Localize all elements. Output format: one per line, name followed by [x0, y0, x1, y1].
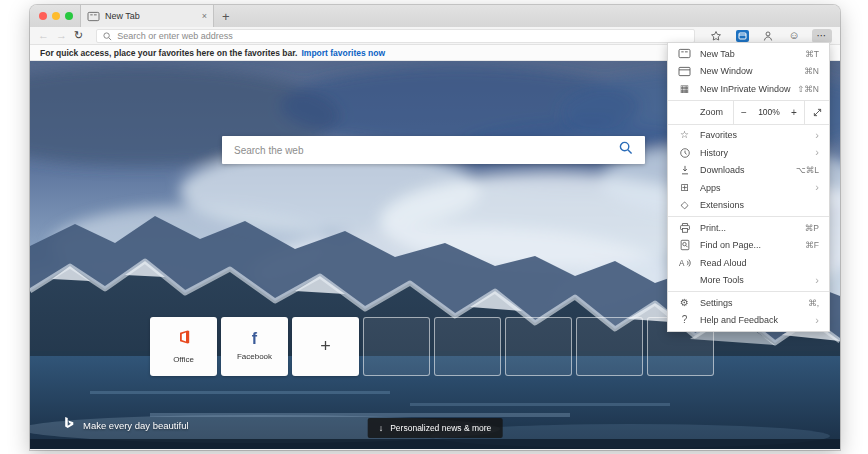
- shortcut: ⌘,: [808, 298, 819, 308]
- settings-and-more-menu: New Tab ⌘T New Window ⌘N ▦ New InPrivate…: [667, 42, 830, 332]
- extensions-icon: ◇: [678, 200, 691, 210]
- shortcut: ⌥⌘L: [796, 165, 819, 175]
- personalized-news-button[interactable]: ↓ Personalized news & more: [368, 418, 503, 438]
- shortcut: ⌘T: [805, 49, 819, 59]
- search-icon: [103, 27, 112, 45]
- svg-text:A: A: [679, 259, 685, 268]
- import-favorites-link[interactable]: Import favorites now: [301, 48, 385, 58]
- favorites-hub-icon[interactable]: [734, 28, 750, 43]
- print-icon: [678, 222, 691, 234]
- menu-item-read-aloud[interactable]: A Read Aloud: [668, 254, 829, 272]
- top-sites-row: Office f Facebook +: [150, 317, 714, 376]
- tab-close-icon[interactable]: ×: [202, 11, 207, 21]
- zoom-in-button[interactable]: +: [784, 101, 804, 124]
- menu-item-settings[interactable]: ⚙ Settings ⌘,: [668, 294, 829, 312]
- zoom-out-button[interactable]: −: [734, 101, 754, 124]
- download-icon: [678, 164, 691, 176]
- search-submit-icon[interactable]: [619, 141, 633, 159]
- menu-item-new-window[interactable]: New Window ⌘N: [668, 63, 829, 81]
- history-clock-icon: [678, 147, 691, 159]
- maximize-window-button[interactable]: [65, 12, 73, 20]
- forward-icon[interactable]: →: [56, 30, 67, 41]
- menu-item-history[interactable]: History ›: [668, 144, 829, 162]
- browser-window: New Tab × + ← → ↻ ☺ ⋯: [30, 5, 840, 450]
- address-bar[interactable]: [96, 29, 695, 43]
- favorites-star-icon: ☆: [678, 130, 691, 140]
- new-tab-icon: [678, 48, 691, 59]
- shortcut: ⌘F: [805, 240, 819, 250]
- tab-new-tab[interactable]: New Tab ×: [80, 5, 214, 27]
- new-tab-page-icon: [87, 11, 100, 22]
- close-window-button[interactable]: [39, 12, 47, 20]
- chevron-right-icon: ›: [815, 275, 819, 286]
- shortcut: ⌘P: [805, 223, 819, 233]
- chevron-right-icon: ›: [815, 315, 819, 326]
- empty-tile-slot: [434, 317, 501, 376]
- promo-text: Make every day beautiful: [83, 420, 189, 431]
- empty-tile-slot: [363, 317, 430, 376]
- apps-grid-icon: ⊞: [678, 183, 691, 193]
- menu-item-help-and-feedback[interactable]: ? Help and Feedback ›: [668, 312, 829, 330]
- office-logo-icon: [176, 329, 192, 349]
- menu-item-extensions[interactable]: ◇ Extensions: [668, 197, 829, 215]
- inprivate-icon: ▦: [678, 84, 691, 94]
- web-search-box[interactable]: [222, 136, 645, 164]
- tab-bar: New Tab × +: [30, 5, 840, 27]
- favorites-star-icon[interactable]: [708, 28, 724, 43]
- new-window-icon: [678, 66, 691, 77]
- menu-item-new-inprivate-window[interactable]: ▦ New InPrivate Window ⇧⌘N: [668, 80, 829, 98]
- empty-tile-slot: [505, 317, 572, 376]
- menu-item-favorites[interactable]: ☆ Favorites ›: [668, 127, 829, 145]
- menu-item-new-tab[interactable]: New Tab ⌘T: [668, 45, 829, 63]
- shortcut: ⇧⌘N: [797, 84, 819, 94]
- favorites-bar-message: For quick access, place your favorites h…: [40, 48, 297, 58]
- tile-label: Facebook: [237, 352, 272, 361]
- chevron-right-icon: ›: [815, 147, 819, 158]
- tile-office[interactable]: Office: [150, 317, 217, 376]
- menu-item-find-on-page[interactable]: Find on Page... ⌘F: [668, 237, 829, 255]
- menu-item-print[interactable]: Print... ⌘P: [668, 219, 829, 237]
- zoom-label: Zoom: [668, 101, 733, 124]
- chevron-right-icon: ›: [815, 130, 819, 141]
- bing-logo-icon: [63, 416, 75, 434]
- tab-title: New Tab: [105, 11, 197, 21]
- tile-facebook[interactable]: f Facebook: [221, 317, 288, 376]
- settings-and-more-button[interactable]: ⋯: [812, 29, 832, 43]
- menu-item-zoom: Zoom − 100% +: [668, 101, 829, 124]
- back-icon[interactable]: ←: [38, 30, 49, 41]
- empty-tile-slot: [576, 317, 643, 376]
- bing-promo: Make every day beautiful: [63, 416, 189, 434]
- shortcut: ⌘N: [804, 66, 819, 76]
- plus-icon: +: [320, 336, 331, 357]
- down-arrow-icon: ↓: [379, 423, 384, 433]
- traffic-lights: [39, 12, 73, 20]
- menu-item-apps[interactable]: ⊞ Apps ›: [668, 179, 829, 197]
- minimize-window-button[interactable]: [52, 12, 60, 20]
- news-button-label: Personalized news & more: [390, 423, 491, 433]
- menu-item-downloads[interactable]: Downloads ⌥⌘L: [668, 162, 829, 180]
- fullscreen-icon[interactable]: [805, 101, 829, 124]
- profile-icon[interactable]: [760, 28, 776, 43]
- gear-icon: ⚙: [678, 298, 691, 308]
- find-on-page-icon: [678, 239, 691, 251]
- add-site-tile[interactable]: +: [292, 317, 359, 376]
- menu-item-more-tools[interactable]: More Tools ›: [668, 272, 829, 290]
- facebook-logo-icon: f: [252, 332, 257, 346]
- tile-label: Office: [173, 355, 194, 364]
- read-aloud-icon: A: [678, 257, 691, 269]
- chevron-right-icon: ›: [815, 182, 819, 193]
- address-input[interactable]: [117, 31, 688, 41]
- refresh-icon[interactable]: ↻: [74, 30, 83, 41]
- help-question-icon: ?: [678, 315, 691, 325]
- feedback-smiley-icon[interactable]: ☺: [786, 28, 802, 43]
- zoom-level: 100%: [754, 107, 784, 117]
- web-search-input[interactable]: [234, 145, 611, 156]
- new-tab-button[interactable]: +: [222, 5, 230, 27]
